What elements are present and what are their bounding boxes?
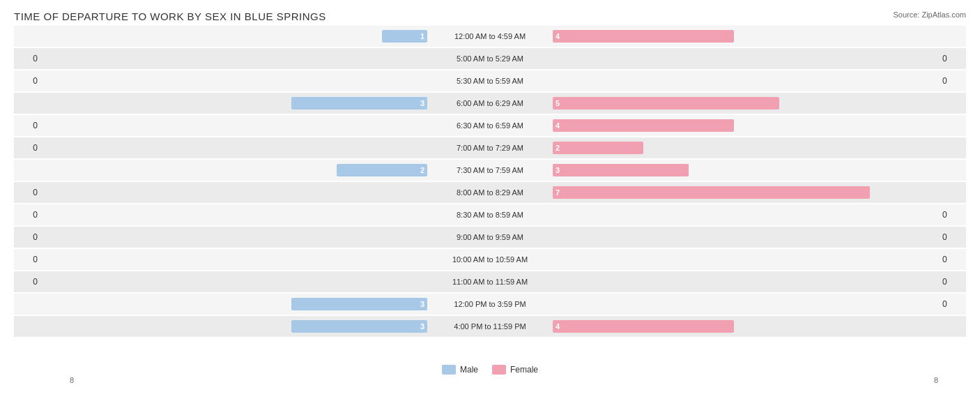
bars-wrapper: 7:00 AM to 7:29 AM 2 — [42, 140, 938, 156]
bars-wrapper: 2 7:30 AM to 7:59 AM 3 — [42, 163, 938, 178]
chart-container: TIME OF DEPARTURE TO WORK BY SEX IN BLUE… — [0, 0, 980, 415]
bars-wrapper: 3 4:00 PM to 11:59 PM 4 — [42, 319, 938, 334]
time-label: 10:00 AM to 10:59 AM — [427, 255, 553, 264]
time-label: 5:00 AM to 5:29 AM — [427, 54, 553, 63]
male-value: 0 — [14, 143, 42, 153]
female-bar: 2 — [553, 142, 643, 154]
table-row: 0 7:00 AM to 7:29 AM 2 — [14, 137, 966, 158]
chart-area: 1 12:00 AM to 4:59 AM 4 0 5:00 AM to 5:2… — [14, 26, 966, 361]
left-bars — [42, 51, 427, 66]
table-row: 0 9:00 AM to 9:59 AM 0 — [14, 227, 966, 248]
chart-title: TIME OF DEPARTURE TO WORK BY SEX IN BLUE… — [14, 10, 966, 22]
female-swatch — [492, 365, 506, 375]
table-row: 3 6:00 AM to 6:29 AM 5 — [14, 93, 966, 114]
left-bars — [42, 140, 427, 156]
male-swatch — [442, 365, 456, 375]
left-bars: 3 — [42, 319, 427, 334]
table-row: 0 8:00 AM to 8:29 AM 7 — [14, 182, 966, 203]
male-bar: 3 — [291, 320, 427, 333]
male-value: 0 — [14, 232, 42, 242]
bars-wrapper: 5:00 AM to 5:29 AM — [42, 51, 938, 66]
right-bars — [553, 252, 938, 267]
bars-wrapper: 6:30 AM to 6:59 AM 4 — [42, 118, 938, 133]
table-row: 3 4:00 PM to 11:59 PM 4 — [14, 316, 966, 337]
time-label: 9:00 AM to 9:59 AM — [427, 233, 553, 241]
legend-male: Male — [442, 365, 478, 375]
table-row: 0 8:30 AM to 8:59 AM 0 — [14, 204, 966, 225]
left-bars — [42, 252, 427, 267]
right-bars — [553, 274, 938, 289]
time-label: 5:30 AM to 5:59 AM — [427, 77, 553, 85]
time-label: 7:00 AM to 7:29 AM — [427, 144, 553, 152]
right-bars: 5 — [553, 96, 938, 111]
right-bars — [553, 207, 938, 222]
left-bars — [42, 73, 427, 89]
female-value: 0 — [938, 232, 966, 242]
female-value: 0 — [938, 277, 966, 287]
time-label: 11:00 AM to 11:59 AM — [427, 278, 553, 286]
left-bars — [42, 229, 427, 245]
female-value: 0 — [938, 210, 966, 220]
bars-wrapper: 1 12:00 AM to 4:59 AM 4 — [42, 29, 938, 44]
right-bars: 7 — [553, 185, 938, 200]
bars-wrapper: 10:00 AM to 10:59 AM — [42, 252, 938, 267]
male-value: 0 — [14, 54, 42, 63]
male-value: 0 — [14, 255, 42, 264]
legend-female: Female — [492, 365, 538, 375]
time-label: 12:00 AM to 4:59 AM — [427, 32, 553, 40]
time-label: 4:00 PM to 11:59 PM — [427, 322, 553, 331]
bars-wrapper: 9:00 AM to 9:59 AM — [42, 229, 938, 245]
bars-wrapper: 8:00 AM to 8:29 AM 7 — [42, 185, 938, 200]
time-label: 6:00 AM to 6:29 AM — [427, 99, 553, 107]
time-label: 12:00 PM to 3:59 PM — [427, 300, 553, 308]
left-bars — [42, 185, 427, 200]
bars-wrapper: 11:00 AM to 11:59 AM — [42, 274, 938, 289]
time-label: 8:00 AM to 8:29 AM — [427, 188, 553, 197]
table-row: 0 11:00 AM to 11:59 AM 0 — [14, 271, 966, 292]
legend: Male Female — [14, 365, 966, 375]
table-row: 1 12:00 AM to 4:59 AM 4 — [14, 26, 966, 47]
male-value: 0 — [14, 277, 42, 287]
male-value: 0 — [14, 188, 42, 197]
female-bar: 4 — [553, 119, 734, 132]
left-bars: 1 — [42, 29, 427, 44]
male-label: Male — [460, 365, 478, 375]
right-bars: 4 — [553, 319, 938, 334]
male-bar: 3 — [291, 97, 427, 110]
right-bars — [553, 73, 938, 89]
right-bars: 4 — [553, 118, 938, 133]
female-bar: 4 — [553, 320, 734, 333]
left-bars — [42, 274, 427, 289]
bars-wrapper: 3 6:00 AM to 6:29 AM 5 — [42, 96, 938, 111]
left-bars — [42, 118, 427, 133]
female-label: Female — [510, 365, 538, 375]
right-bars — [553, 229, 938, 245]
table-row: 3 12:00 PM to 3:59 PM 0 — [14, 294, 966, 315]
bars-wrapper: 8:30 AM to 8:59 AM — [42, 207, 938, 222]
left-bars: 2 — [42, 163, 427, 178]
right-bars — [553, 296, 938, 312]
time-label: 8:30 AM to 8:59 AM — [427, 211, 553, 219]
male-bar: 1 — [382, 30, 427, 43]
female-value: 0 — [938, 76, 966, 86]
time-label: 6:30 AM to 6:59 AM — [427, 121, 553, 130]
right-bars: 3 — [553, 163, 938, 178]
male-value: 0 — [14, 210, 42, 220]
table-row: 2 7:30 AM to 7:59 AM 3 — [14, 160, 966, 181]
table-row: 0 5:30 AM to 5:59 AM 0 — [14, 70, 966, 91]
female-bar: 7 — [553, 186, 870, 199]
bars-wrapper: 5:30 AM to 5:59 AM — [42, 73, 938, 89]
table-row: 0 10:00 AM to 10:59 AM 0 — [14, 249, 966, 270]
female-bar: 4 — [553, 30, 734, 43]
source-label: Source: ZipAtlas.com — [893, 10, 966, 19]
female-bar: 5 — [553, 97, 779, 110]
scale-left: 8 — [70, 376, 74, 384]
table-row: 0 5:00 AM to 5:29 AM 0 — [14, 48, 966, 69]
bottom-scale: 8 8 — [14, 375, 966, 384]
right-bars: 2 — [553, 140, 938, 156]
female-value: 0 — [938, 54, 966, 63]
right-bars — [553, 51, 938, 66]
scale-right: 8 — [934, 376, 938, 384]
right-bars: 4 — [553, 29, 938, 44]
left-bars: 3 — [42, 296, 427, 312]
